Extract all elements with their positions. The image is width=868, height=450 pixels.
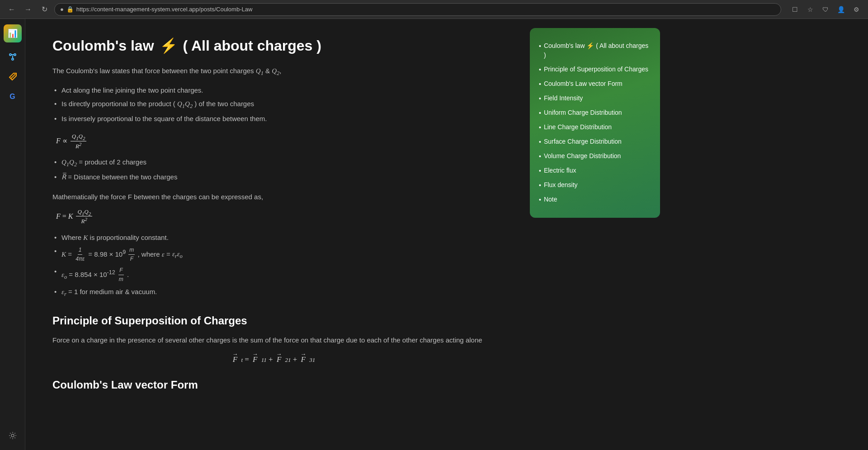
toc-item-vector-form[interactable]: Coulomb's Law vector Form bbox=[539, 77, 651, 91]
list-item: Is directly proportional to the product … bbox=[52, 97, 495, 112]
title-text: Coulomb's law bbox=[52, 38, 154, 54]
forward-button[interactable]: → bbox=[22, 3, 34, 16]
url-text: https://content-management-system.vercel… bbox=[76, 6, 775, 13]
properties-list: Act along the line joining the two point… bbox=[52, 84, 495, 126]
star-icon[interactable]: ☆ bbox=[804, 3, 816, 16]
sidebar: 📊 G bbox=[0, 19, 25, 450]
sidebar-item-settings[interactable] bbox=[4, 427, 22, 445]
list-item: εo = 8.854 × 10-12 F m . bbox=[52, 265, 495, 285]
toc-list: Coulomb's law ⚡ ( All about charges ) Pr… bbox=[539, 39, 651, 207]
toc-item-volume-charge[interactable]: Volume Charge Distribution bbox=[539, 149, 651, 164]
section3-title: Coulomb's Law vector Form bbox=[52, 379, 495, 391]
sidebar-logo[interactable]: 📊 bbox=[4, 24, 22, 42]
toc-item-line-charge[interactable]: Line Charge Distribution bbox=[539, 120, 651, 135]
list-item: K = 1 4πε = 8.98 × 109 m F , where ε = ε… bbox=[52, 244, 495, 265]
toc-item-flux-density[interactable]: Flux density bbox=[539, 178, 651, 192]
sidebar-item-tag[interactable] bbox=[4, 68, 22, 86]
intro-text: The Coulomb's law states that force betw… bbox=[52, 65, 495, 78]
svg-point-7 bbox=[11, 434, 14, 437]
main-content: Coulomb's law ⚡ ( All about charges ) Th… bbox=[25, 19, 523, 450]
lightning-icon: ⚡ bbox=[160, 37, 178, 54]
toc-sidebar: Coulomb's law ⚡ ( All about charges ) Pr… bbox=[523, 19, 667, 450]
list-item: Q1Q2 = product of 2 charges bbox=[52, 155, 495, 170]
toc-item-coulombs-law[interactable]: Coulomb's law ⚡ ( All about charges ) bbox=[539, 39, 651, 62]
toc-item-electric-flux[interactable]: Electric flux bbox=[539, 164, 651, 178]
toc-item-superposition[interactable]: Principle of Superposition of Charges bbox=[539, 62, 651, 77]
browser-action-icons: ☐ ☆ 🛡 👤 ⚙ bbox=[788, 3, 863, 16]
refresh-button[interactable]: ↻ bbox=[38, 3, 51, 16]
formula2-intro: Mathematically the force F between the c… bbox=[52, 191, 495, 203]
toc-item-field-intensity[interactable]: Field Intensity bbox=[539, 91, 651, 106]
list-item: Is inversely proportional to the square … bbox=[52, 112, 495, 126]
sidebar-item-branches[interactable] bbox=[4, 48, 22, 66]
list-item: R̅ = Distance between the two charges bbox=[52, 170, 495, 184]
svg-point-2 bbox=[12, 58, 14, 60]
constants-list: Where K is proportionality constant. K =… bbox=[52, 231, 495, 300]
extensions-icon[interactable]: ⚙ bbox=[850, 3, 863, 16]
toc-item-note[interactable]: Note bbox=[539, 192, 651, 207]
list-item: Where K is proportionality constant. bbox=[52, 231, 495, 244]
toc-card: Coulomb's law ⚡ ( All about charges ) Pr… bbox=[530, 28, 660, 218]
formula-proportional: F ∝ Q1Q2 R2 bbox=[52, 133, 495, 150]
formula-items-list: Q1Q2 = product of 2 charges R̅ = Distanc… bbox=[52, 155, 495, 184]
page-title: Coulomb's law ⚡ ( All about charges ) bbox=[52, 37, 495, 54]
list-item: Act along the line joining the two point… bbox=[52, 84, 495, 97]
content-area: Coulomb's law ⚡ ( All about charges ) Th… bbox=[25, 19, 868, 450]
app-layout: 📊 G bbox=[0, 19, 868, 450]
address-bar[interactable]: ● 🔒 https://content-management-system.ve… bbox=[54, 3, 781, 16]
title-suffix: ( All about charges ) bbox=[183, 38, 321, 54]
list-item: εr = 1 for medium air & vacuum. bbox=[52, 285, 495, 300]
svg-point-1 bbox=[14, 54, 16, 56]
browser-chrome: ← → ↻ ● 🔒 https://content-management-sys… bbox=[0, 0, 868, 19]
section2-title: Principle of Superposition of Charges bbox=[52, 314, 495, 327]
formula-main: F = K Q1Q2 R2 bbox=[52, 208, 495, 225]
account-icon[interactable]: 👤 bbox=[835, 3, 847, 16]
shield-icon[interactable]: 🛡 bbox=[819, 3, 832, 16]
toc-item-uniform-charge[interactable]: Uniform Charge Distribution bbox=[539, 106, 651, 120]
section2-text: Force on a charge in the presence of sev… bbox=[52, 334, 495, 346]
toc-item-surface-charge[interactable]: Surface Charge Distribution bbox=[539, 135, 651, 149]
back-button[interactable]: ← bbox=[5, 3, 18, 16]
sidebar-item-google[interactable]: G bbox=[4, 88, 22, 106]
bookmark-icon[interactable]: ☐ bbox=[788, 3, 801, 16]
svg-point-0 bbox=[9, 54, 11, 56]
superposition-formula: F → t = F → 11 + F → 21 + F bbox=[52, 355, 495, 364]
